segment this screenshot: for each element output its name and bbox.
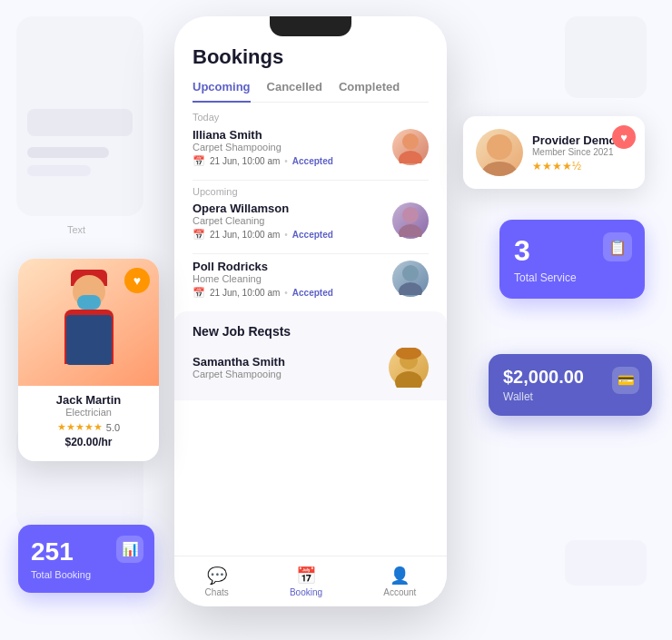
total-service-card: 3 Total Service 📋 bbox=[499, 220, 645, 299]
worker-overalls bbox=[66, 315, 112, 365]
booking-name-illiana: Illiana Smith bbox=[193, 128, 392, 142]
booking-date-opera: 21 Jun, 10:00 am bbox=[210, 230, 280, 240]
svg-point-5 bbox=[399, 282, 422, 295]
svg-point-4 bbox=[402, 265, 419, 281]
nav-booking-label: Booking bbox=[290, 587, 322, 597]
calendar-icon-3: 📅 bbox=[193, 287, 205, 299]
new-jobs-section: New Job Reqsts Samantha Smith Carpet Sha… bbox=[174, 311, 447, 400]
provider-card: Provider Demo Member Since 2021 ★★★★½ ♥ bbox=[463, 116, 645, 189]
account-icon: 👤 bbox=[390, 566, 410, 586]
divider-1 bbox=[193, 180, 429, 181]
phone-notch bbox=[270, 16, 351, 36]
bg-input-field: Text bbox=[27, 109, 133, 136]
booking-item-poll: Poll Rodricks Home Cleaning 📅 21 Jun, 10… bbox=[193, 260, 429, 299]
job-name-samantha: Samantha Smith bbox=[193, 355, 285, 369]
bg-bar-2 bbox=[27, 165, 91, 176]
worker-name: Jack Martin bbox=[29, 393, 148, 407]
booking-meta-opera: 📅 21 Jun, 10:00 am • Accepted bbox=[193, 229, 392, 241]
bg-input-label: Text bbox=[67, 224, 85, 235]
svg-point-3 bbox=[399, 224, 422, 237]
provider-avatar bbox=[476, 129, 523, 176]
svg-point-10 bbox=[481, 162, 518, 176]
tab-completed[interactable]: Completed bbox=[339, 80, 400, 103]
total-booking-card: 251 Total Booking 📊 bbox=[18, 525, 154, 593]
svg-point-1 bbox=[399, 151, 422, 163]
bg-bar-1 bbox=[27, 147, 109, 158]
worker-score: 5.0 bbox=[106, 422, 120, 433]
main-phone: Bookings Upcoming Cancelled Completed To… bbox=[174, 16, 447, 606]
calendar-icon-2: 📅 bbox=[193, 229, 205, 241]
worker-stars: ★★★★★ bbox=[57, 421, 103, 433]
dot-3: • bbox=[284, 288, 288, 298]
worker-info: Jack Martin Electrician ★★★★★ 5.0 $20.00… bbox=[18, 386, 159, 448]
wallet-icon: 💳 bbox=[612, 367, 639, 394]
booking-status-poll: Accepted bbox=[292, 288, 333, 298]
job-info-samantha: Samantha Smith Carpet Shampooing bbox=[193, 355, 285, 379]
worker-mask bbox=[77, 295, 101, 310]
avatar-poll bbox=[392, 261, 429, 297]
total-booking-icon: 📊 bbox=[116, 536, 143, 563]
calendar-icon-1: 📅 bbox=[193, 155, 205, 167]
nav-account[interactable]: 👤 Account bbox=[383, 566, 416, 597]
booking-service-poll: Home Cleaning bbox=[193, 273, 392, 284]
booking-date-illiana: 21 Jun, 10:00 am bbox=[210, 156, 280, 166]
booking-meta-poll: 📅 21 Jun, 10:00 am • Accepted bbox=[193, 287, 392, 299]
worker-card: ♥ Jack Martin Electrician ★★★★★ 5.0 $20.… bbox=[18, 259, 159, 461]
booking-service-opera: Carpet Cleaning bbox=[193, 215, 392, 226]
avatar-samantha bbox=[389, 348, 429, 388]
bg-phone-fragment-bottom bbox=[565, 540, 647, 586]
today-label: Today bbox=[193, 112, 429, 123]
phone-content: Bookings Upcoming Cancelled Completed To… bbox=[174, 36, 447, 400]
booking-name-poll: Poll Rodricks bbox=[193, 260, 392, 273]
booking-date-poll: 21 Jun, 10:00 am bbox=[210, 288, 280, 298]
total-service-icon: 📋 bbox=[603, 232, 632, 261]
svg-point-8 bbox=[396, 348, 421, 359]
svg-point-7 bbox=[395, 371, 422, 388]
worker-image-area: ♥ bbox=[18, 259, 159, 386]
tab-cancelled[interactable]: Cancelled bbox=[267, 80, 322, 103]
booking-service-illiana: Carpet Shampooing bbox=[193, 142, 392, 153]
booking-item-opera: Opera Willamson Carpet Cleaning 📅 21 Jun… bbox=[193, 202, 429, 241]
avatar-illiana bbox=[392, 129, 429, 165]
total-service-label: Total Service bbox=[514, 271, 630, 284]
provider-heart-icon[interactable]: ♥ bbox=[612, 125, 636, 149]
booking-info-opera: Opera Willamson Carpet Cleaning 📅 21 Jun… bbox=[193, 202, 392, 241]
nav-chats[interactable]: 💬 Chats bbox=[205, 566, 229, 597]
page-title: Bookings bbox=[193, 45, 429, 69]
worker-favorite-icon[interactable]: ♥ bbox=[124, 268, 150, 293]
booking-meta-illiana: 📅 21 Jun, 10:00 am • Accepted bbox=[193, 155, 392, 167]
wallet-card: $2,000.00 Wallet 💳 bbox=[489, 354, 652, 416]
provider-since: Member Since 2021 bbox=[532, 147, 632, 157]
booking-status-opera: Accepted bbox=[292, 230, 333, 240]
provider-stars: ★★★★½ bbox=[532, 160, 632, 172]
booking-status-illiana: Accepted bbox=[292, 156, 333, 166]
job-service-samantha: Carpet Shampooing bbox=[193, 369, 285, 379]
booking-item-illiana: Illiana Smith Carpet Shampooing 📅 21 Jun… bbox=[193, 128, 429, 167]
tab-upcoming[interactable]: Upcoming bbox=[193, 80, 251, 103]
worker-figure bbox=[48, 268, 130, 386]
new-jobs-title: New Job Reqsts bbox=[193, 324, 429, 339]
booking-tabs: Upcoming Cancelled Completed bbox=[193, 80, 429, 103]
svg-point-9 bbox=[487, 134, 512, 160]
svg-point-2 bbox=[402, 207, 419, 223]
job-item-samantha: Samantha Smith Carpet Shampooing bbox=[193, 348, 429, 388]
bg-phone-fragment-top bbox=[565, 16, 647, 98]
worker-rate: $20.00/hr bbox=[29, 436, 148, 448]
total-booking-label: Total Booking bbox=[31, 569, 142, 580]
dot-2: • bbox=[284, 230, 288, 240]
svg-point-0 bbox=[402, 133, 419, 150]
booking-icon: 📅 bbox=[296, 566, 316, 586]
nav-account-label: Account bbox=[383, 587, 416, 597]
worker-trade: Electrician bbox=[29, 407, 148, 418]
booking-info-poll: Poll Rodricks Home Cleaning 📅 21 Jun, 10… bbox=[193, 260, 392, 299]
divider-2 bbox=[193, 253, 429, 254]
upcoming-label: Upcoming bbox=[193, 186, 429, 197]
booking-info-illiana: Illiana Smith Carpet Shampooing 📅 21 Jun… bbox=[193, 128, 392, 167]
chats-icon: 💬 bbox=[207, 566, 227, 586]
nav-chats-label: Chats bbox=[205, 587, 229, 597]
booking-name-opera: Opera Willamson bbox=[193, 202, 392, 215]
dot-1: • bbox=[284, 156, 288, 166]
nav-booking[interactable]: 📅 Booking bbox=[290, 566, 322, 597]
avatar-opera bbox=[392, 202, 429, 239]
bottom-navigation: 💬 Chats 📅 Booking 👤 Account bbox=[174, 556, 447, 606]
